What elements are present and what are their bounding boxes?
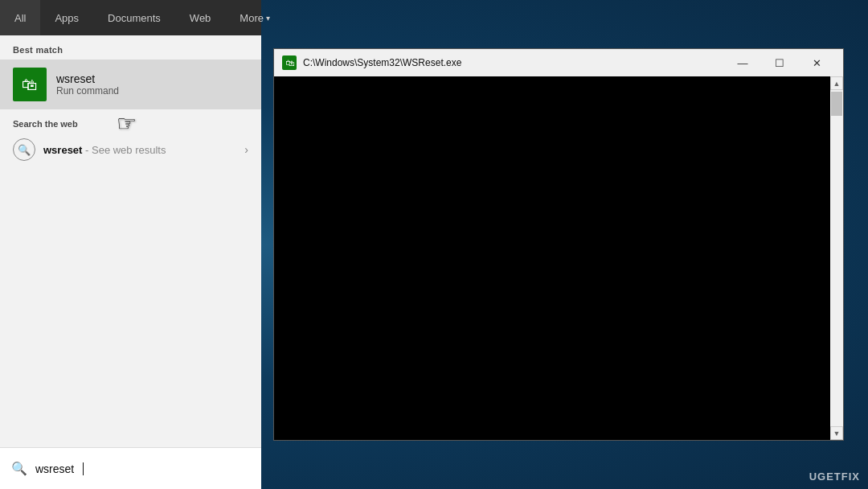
close-button[interactable]: ✕ <box>798 49 835 76</box>
search-bar-icon: 🔍 <box>11 461 27 476</box>
tab-more[interactable]: More ▾ <box>225 0 285 35</box>
text-cursor <box>83 462 84 475</box>
window-body: ▲ ▼ <box>274 76 843 440</box>
wsreset-window: 🛍 C:\Windows\System32\WSReset.exe — ☐ ✕ … <box>273 48 844 441</box>
chevron-down-icon: ▾ <box>266 14 270 23</box>
tab-web[interactable]: Web <box>175 0 226 35</box>
web-search-label: Search the web <box>13 119 248 129</box>
watermark: UGETFIX <box>809 471 860 483</box>
best-match-label: Best match <box>0 35 261 60</box>
scroll-thumb[interactable] <box>831 92 842 116</box>
search-icon: 🔍 <box>18 144 31 156</box>
window-app-icon: 🛍 <box>282 55 297 70</box>
scrollbar: ▲ ▼ <box>830 76 843 440</box>
store-icon: 🛍 <box>22 76 38 94</box>
web-result-text: wsreset - See web results <box>43 144 244 156</box>
window-titlebar: 🛍 C:\Windows\System32\WSReset.exe — ☐ ✕ <box>274 49 843 76</box>
scroll-up-button[interactable]: ▲ <box>830 76 843 90</box>
web-search-icon-circle: 🔍 <box>13 138 35 161</box>
web-result-item[interactable]: 🔍 wsreset - See web results › <box>13 132 248 167</box>
window-title: C:\Windows\System32\WSReset.exe <box>303 57 718 68</box>
web-search-section: Search the web 🔍 wsreset - See web resul… <box>0 109 261 172</box>
start-menu: All Apps Documents Web More ▾ Best match… <box>0 0 261 489</box>
window-store-icon: 🛍 <box>285 58 294 68</box>
search-bar[interactable]: 🔍 wsreset <box>0 447 261 489</box>
tab-all[interactable]: All <box>0 0 40 35</box>
terminal-content <box>274 76 830 440</box>
tab-apps[interactable]: Apps <box>40 0 93 35</box>
best-match-item[interactable]: 🛍 wsreset Run command <box>0 60 261 109</box>
minimize-button[interactable]: — <box>724 49 761 76</box>
window-controls: — ☐ ✕ <box>724 49 835 76</box>
scroll-down-button[interactable]: ▼ <box>830 426 843 440</box>
app-info: wsreset Run command <box>56 72 119 97</box>
maximize-button[interactable]: ☐ <box>761 49 798 76</box>
tab-documents[interactable]: Documents <box>93 0 175 35</box>
chevron-right-icon: › <box>244 143 248 156</box>
search-input-text[interactable]: wsreset <box>35 462 74 475</box>
search-results-area: Best match 🛍 wsreset Run command Search … <box>0 35 261 489</box>
app-icon: 🛍 <box>13 68 47 101</box>
app-subtitle: Run command <box>56 85 119 97</box>
tab-bar: All Apps Documents Web More ▾ <box>0 0 261 35</box>
app-name: wsreset <box>56 72 119 85</box>
